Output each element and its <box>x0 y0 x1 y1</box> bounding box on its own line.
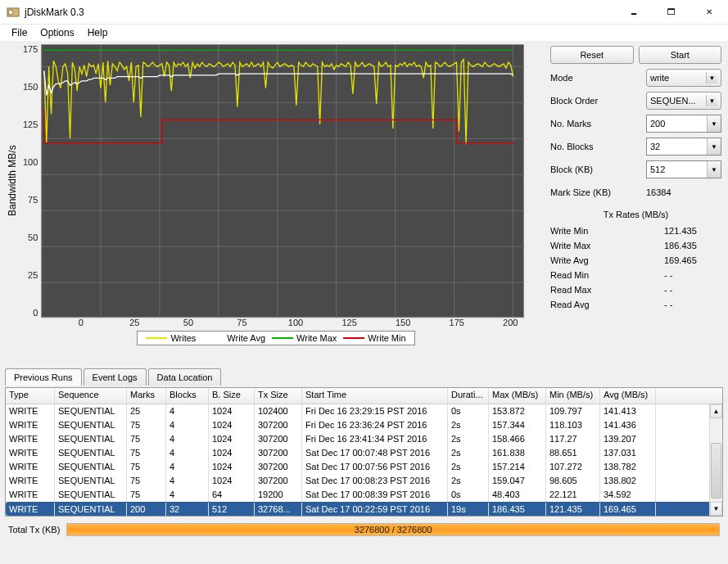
chart-panel: Bandwidth MB/s 1751501251007550250 02550… <box>0 41 547 365</box>
table-row[interactable]: WRITESEQUENTIAL7541024307200Fri Dec 16 2… <box>6 418 722 432</box>
table-col-header[interactable]: Tx Size <box>255 388 302 404</box>
txrates-heading: Tx Rates (MB/s) <box>550 210 721 219</box>
table-header: TypeSequenceMarksBlocksB. SizeTx SizeSta… <box>6 388 722 404</box>
footer: Total Tx (KB) 3276800 / 3276800 <box>0 517 728 543</box>
chart-yticks: 1751501251007550250 <box>20 44 41 318</box>
runs-table: TypeSequenceMarksBlocksB. SizeTx SizeSta… <box>5 387 723 517</box>
scroll-thumb[interactable] <box>711 443 721 499</box>
svg-point-1 <box>8 10 13 15</box>
table-col-header[interactable]: Type <box>6 388 55 404</box>
menubar: File Options Help <box>0 25 728 41</box>
blockkb-label: Block (KB) <box>550 165 646 174</box>
stat-row: Read Max- - <box>550 285 721 300</box>
blockkb-input[interactable]: 512▼ <box>646 160 721 178</box>
tab-event-logs[interactable]: Event Logs <box>84 368 147 386</box>
noblocks-input[interactable]: 32▼ <box>646 138 721 156</box>
nomarks-label: No. Marks <box>550 119 646 129</box>
table-scrollbar[interactable]: ▲ ▼ <box>709 404 722 516</box>
scroll-up-icon[interactable]: ▲ <box>710 404 722 418</box>
stat-row: Write Min121.435 <box>550 226 721 241</box>
reset-button[interactable]: Reset <box>550 46 634 64</box>
table-col-header[interactable]: Durati... <box>448 388 489 404</box>
tab-previous-runs[interactable]: Previous Runs <box>5 368 82 386</box>
progress-bar: 3276800 / 3276800 <box>66 523 720 536</box>
table-row[interactable]: WRITESEQUENTIAL2003251232768...Sat Dec 1… <box>6 502 722 516</box>
stat-row: Read Min- - <box>550 270 721 285</box>
marksize-label: Mark Size (KB) <box>550 187 646 197</box>
stat-row: Write Max186.435 <box>550 241 721 255</box>
mode-label: Mode <box>550 73 646 83</box>
table-row[interactable]: WRITESEQUENTIAL7541024307200Sat Dec 17 0… <box>6 460 722 474</box>
close-button[interactable]: ✕ <box>690 0 728 25</box>
table-col-header[interactable]: Start Time <box>302 388 448 404</box>
progress-text: 3276800 / 3276800 <box>67 524 719 535</box>
app-icon <box>7 6 20 19</box>
table-col-header[interactable]: Blocks <box>166 388 209 404</box>
chart-legend: WritesWrite AvgWrite MaxWrite Min <box>137 331 414 345</box>
nomarks-input[interactable]: 200▼ <box>646 115 721 133</box>
menu-options[interactable]: Options <box>34 25 80 40</box>
marksize-value: 16384 <box>646 187 721 197</box>
table-col-header[interactable]: Avg (MB/s) <box>600 388 656 404</box>
legend-item: Write Max <box>272 333 337 343</box>
table-col-header[interactable]: Min (MB/s) <box>546 388 600 404</box>
footer-label: Total Tx (KB) <box>8 525 60 535</box>
legend-item: Write Avg <box>202 333 265 343</box>
dropdown-icon: ▼ <box>706 72 717 83</box>
dropdown-icon: ▼ <box>706 95 717 106</box>
chart-xticks: 0255075100125150175200 <box>54 318 537 327</box>
table-row[interactable]: WRITESEQUENTIAL7541024307200Sat Dec 17 0… <box>6 474 722 488</box>
table-col-header[interactable]: Marks <box>127 388 166 404</box>
table-row[interactable]: WRITESEQUENTIAL2541024102400Fri Dec 16 2… <box>6 404 722 418</box>
table-col-header[interactable]: B. Size <box>209 388 255 404</box>
noblocks-label: No. Blocks <box>550 142 646 151</box>
menu-file[interactable]: File <box>5 25 34 40</box>
tabs: Previous Runs Event Logs Data Location <box>0 365 728 386</box>
table-col-header[interactable]: Max (MB/s) <box>489 388 546 404</box>
start-button[interactable]: Start <box>639 46 722 64</box>
dropdown-icon: ▼ <box>707 161 721 178</box>
stat-row: Write Avg169.465 <box>550 255 721 270</box>
minimize-button[interactable]: 🗕 <box>615 0 653 25</box>
maximize-button[interactable]: 🗖 <box>653 0 690 25</box>
stat-row: Read Avg- - <box>550 300 721 314</box>
legend-item: Write Min <box>343 333 405 343</box>
dropdown-icon: ▼ <box>707 115 721 132</box>
table-row[interactable]: WRITESEQUENTIAL7541024307200Fri Dec 16 2… <box>6 432 722 446</box>
titlebar: jDiskMark 0.3 🗕 🗖 ✕ <box>0 0 728 25</box>
tab-data-location[interactable]: Data Location <box>148 368 222 386</box>
chart-plot <box>41 44 524 318</box>
table-body: WRITESEQUENTIAL2541024102400Fri Dec 16 2… <box>6 404 722 516</box>
mode-select[interactable]: write▼ <box>646 69 721 87</box>
blockorder-label: Block Order <box>550 96 646 106</box>
table-row[interactable]: WRITESEQUENTIAL7541024307200Sat Dec 17 0… <box>6 446 722 460</box>
scroll-down-icon[interactable]: ▼ <box>710 502 722 516</box>
blockorder-select[interactable]: SEQUEN...▼ <box>646 92 721 110</box>
side-panel: Reset Start Modewrite▼ Block OrderSEQUEN… <box>547 41 728 365</box>
window-title: jDiskMark 0.3 <box>25 7 615 18</box>
legend-item: Writes <box>146 333 196 343</box>
dropdown-icon: ▼ <box>707 138 721 155</box>
table-col-header[interactable]: Sequence <box>55 388 127 404</box>
table-row[interactable]: WRITESEQUENTIAL7546419200Sat Dec 17 00:0… <box>6 488 722 502</box>
menu-help[interactable]: Help <box>81 25 115 40</box>
chart-ylabel: Bandwidth MB/s <box>5 44 20 318</box>
